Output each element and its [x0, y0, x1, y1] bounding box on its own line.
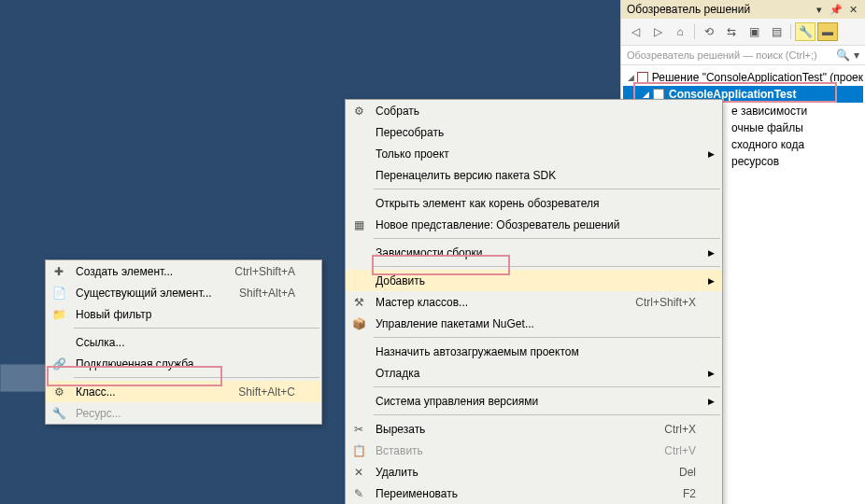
solution-node[interactable]: ◢ Решение "ConsoleApplicationTest" (прое… — [623, 69, 863, 86]
paste-icon: 📋 — [346, 444, 372, 457]
menu-separator — [374, 189, 720, 189]
menu-debug[interactable]: Отладка ▶ — [346, 362, 722, 384]
properties-icon[interactable]: 🔧 — [795, 22, 815, 41]
menu-cut[interactable]: ✂ Вырезать Ctrl+X — [346, 418, 722, 440]
expand-arrow-icon[interactable]: ◢ — [626, 73, 635, 82]
submenu-existing-item[interactable]: 📄 Существующий элемент... Shift+Alt+A — [46, 282, 321, 303]
menu-rebuild[interactable]: Пересобрать — [346, 121, 722, 143]
solution-icon — [636, 70, 649, 85]
delete-icon: ✕ — [346, 466, 372, 479]
nuget-icon: 📦 — [346, 317, 372, 330]
submenu-new-item[interactable]: ✚ Создать элемент... Ctrl+Shift+A — [46, 260, 321, 282]
submenu-arrow-icon: ▶ — [708, 149, 715, 159]
submenu-arrow-icon: ▶ — [708, 397, 715, 406]
menu-set-startup[interactable]: Назначить автозагружаемым проектом — [346, 341, 722, 362]
menu-separator — [374, 238, 720, 239]
resource-icon: 🔧 — [46, 407, 72, 420]
submenu-arrow-icon: ▶ — [708, 369, 715, 378]
connected-service-icon: 🔗 — [46, 357, 72, 371]
solution-label: Решение "ConsoleApplicationTest" (проек — [652, 71, 863, 84]
build-icon: ⚙ — [346, 105, 372, 118]
new-view-icon: ▦ — [346, 218, 372, 231]
filter-icon: 📁 — [46, 308, 72, 321]
close-icon[interactable]: ✕ — [846, 3, 859, 16]
solution-explorer-titlebar: Обозреватель решений ▾ 📌 ✕ — [621, 0, 865, 19]
menu-separator — [374, 266, 720, 267]
menu-separator — [74, 328, 319, 329]
home-icon[interactable]: ⌂ — [670, 22, 690, 41]
refresh-icon[interactable]: ⇆ — [721, 22, 742, 41]
menu-retarget-sdk[interactable]: Перенацелить версию пакета SDK — [346, 164, 722, 186]
menu-paste: 📋 Вставить Ctrl+V — [346, 440, 722, 461]
menu-build-deps[interactable]: Зависимости сборки ▶ — [346, 242, 722, 263]
dropdown-icon[interactable]: ▾ — [813, 3, 826, 16]
solution-explorer-toolbar: ◁ ▷ ⌂ ⟲ ⇆ ▣ ▤ 🔧 ▬ — [621, 19, 865, 46]
new-item-icon: ✚ — [46, 265, 72, 278]
preview-icon[interactable]: ▬ — [817, 22, 838, 41]
menu-open-as-root[interactable]: Открыть элемент как корень обозревателя — [346, 192, 722, 214]
menu-separator — [374, 337, 720, 338]
sync-icon[interactable]: ⟲ — [699, 22, 719, 41]
submenu-connected-service[interactable]: 🔗 Подключенная служба... — [46, 353, 321, 374]
menu-source-control[interactable]: Система управления версиями ▶ — [346, 390, 722, 412]
class-wizard-icon: ⚒ — [346, 296, 372, 309]
submenu-new-filter[interactable]: 📁 Новый фильтр — [46, 303, 321, 325]
menu-separator — [374, 414, 720, 415]
submenu-reference[interactable]: Ссылка... — [46, 331, 321, 353]
menu-add[interactable]: Добавить ▶ — [346, 270, 722, 291]
class-icon: ⚙ — [46, 385, 72, 399]
search-dropdown-icon[interactable]: ▾ — [854, 49, 859, 62]
expand-arrow-icon[interactable]: ◢ — [640, 90, 651, 99]
collapse-icon[interactable]: ▣ — [744, 22, 764, 41]
menu-build[interactable]: ⚙ Собрать — [346, 100, 722, 121]
menu-new-view[interactable]: ▦ Новое представление: Обозреватель реше… — [346, 214, 722, 235]
rename-icon: ✎ — [346, 487, 372, 500]
pin-icon[interactable]: 📌 — [830, 3, 843, 16]
submenu-resource: 🔧 Ресурс... — [46, 402, 321, 424]
show-all-icon[interactable]: ▤ — [766, 22, 787, 41]
menu-nuget[interactable]: 📦 Управление пакетами NuGet... — [346, 313, 722, 334]
menu-separator — [374, 386, 720, 387]
menu-separator — [74, 377, 319, 378]
menu-project-only[interactable]: Только проект ▶ — [346, 143, 722, 164]
back-icon[interactable]: ◁ — [625, 22, 645, 41]
add-submenu: ✚ Создать элемент... Ctrl+Shift+A 📄 Суще… — [45, 259, 322, 425]
submenu-arrow-icon: ▶ — [708, 248, 715, 258]
menu-delete[interactable]: ✕ Удалить Del — [346, 461, 722, 483]
search-icon: 🔍 — [836, 49, 850, 62]
project-context-menu: ⚙ Собрать Пересобрать Только проект ▶ Пе… — [345, 99, 723, 504]
solution-explorer-title: Обозреватель решений — [627, 3, 813, 16]
cut-icon: ✂ — [346, 423, 372, 436]
search-placeholder: Обозреватель решений — поиск (Ctrl+;) — [627, 49, 836, 61]
solution-explorer-search[interactable]: Обозреватель решений — поиск (Ctrl+;) 🔍 … — [621, 46, 865, 65]
submenu-class[interactable]: ⚙ Класс... Shift+Alt+C — [46, 381, 321, 402]
existing-item-icon: 📄 — [46, 287, 72, 300]
menu-class-wizard[interactable]: ⚒ Мастер классов... Ctrl+Shift+X — [346, 291, 722, 313]
menu-rename[interactable]: ✎ Переименовать F2 — [346, 483, 722, 504]
submenu-arrow-icon: ▶ — [708, 276, 715, 286]
forward-icon[interactable]: ▷ — [647, 22, 668, 41]
